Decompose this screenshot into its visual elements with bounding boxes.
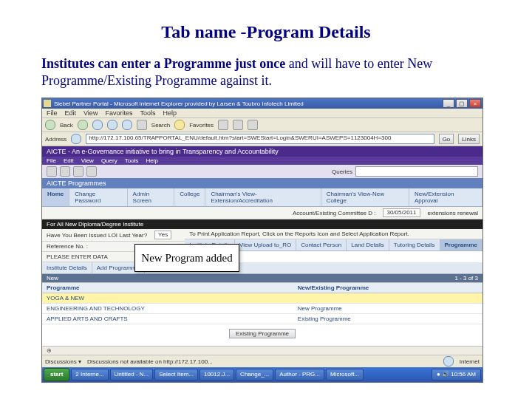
slide-body-bold: Institutes can enter a Programme just on…	[41, 56, 285, 71]
slide-body-text: Institutes can enter a Programme just on…	[41, 55, 491, 89]
slide-title: Tab name -Program Details	[0, 22, 532, 42]
ie-status-discussions[interactable]: Discussions ▾	[45, 358, 81, 365]
app-menu-edit[interactable]: Edit	[64, 157, 74, 164]
app-menu-query[interactable]: Query	[101, 157, 117, 164]
existing-programme-button[interactable]: Existing Programme	[229, 329, 296, 338]
form-strip-1: Account/Existing Committee D : 30/05/201…	[42, 207, 482, 219]
task-item-5[interactable]: Change_...	[236, 369, 273, 381]
grid-row-1[interactable]: YOGA & NEW	[42, 293, 482, 304]
app-menu-file[interactable]: File	[47, 157, 56, 164]
tab-change-password[interactable]: Change Password	[69, 188, 127, 206]
btab-view-upload[interactable]: View Upload to_RO	[235, 239, 296, 250]
page-icon	[71, 134, 81, 144]
search-icon[interactable]	[137, 120, 147, 130]
go-button[interactable]: Go	[439, 134, 454, 144]
grid-row-3[interactable]: APPLIED ARTS AND CRAFTS Existing Program…	[42, 314, 482, 324]
loi-value: Yes	[154, 231, 171, 239]
app-icon-1[interactable]	[47, 166, 57, 177]
callout-text: New Program added	[141, 252, 232, 265]
task-item-1[interactable]: 2 Interne...	[71, 369, 108, 381]
grid-header: Programme New/Existing Programme	[42, 282, 482, 293]
ie-menubar: File Edit View Favorites Tools Help	[42, 109, 482, 118]
ie-hint-bar: ⊕	[42, 346, 482, 355]
print-icon[interactable]	[248, 120, 258, 130]
btab-tutoring-details[interactable]: Tutoring Details	[389, 239, 440, 250]
pager-bar: New 1 - 3 of 3	[42, 274, 482, 282]
btab-institute-details-2[interactable]: Institute Details	[42, 262, 92, 273]
ie-titlebar: Siebel Partner Portal - Microsoft Intern…	[42, 98, 482, 109]
ie-menu-file[interactable]: File	[47, 109, 58, 117]
favorites-label[interactable]: Favorites	[189, 122, 214, 129]
task-item-6[interactable]: Author - PRG...	[275, 369, 324, 381]
enter-data-label: PLEASE ENTER DATA	[47, 253, 108, 260]
app-icon-3[interactable]	[73, 166, 83, 177]
refresh-icon[interactable]	[107, 120, 117, 130]
committee-date-value: 30/05/2011	[383, 208, 420, 217]
ie-menu-help[interactable]: Help	[163, 109, 177, 117]
ie-menu-view[interactable]: View	[83, 109, 98, 117]
address-label: Address	[45, 136, 66, 143]
btab-programme[interactable]: Programme	[440, 239, 482, 250]
task-item-4[interactable]: 10012.J...	[200, 369, 234, 381]
back-label[interactable]: Back	[60, 122, 73, 129]
queries-input[interactable]	[355, 166, 478, 177]
ie-toolbar: Back Search Favorites	[42, 118, 482, 132]
favorites-icon[interactable]	[174, 120, 185, 130]
start-button[interactable]: start	[44, 368, 69, 381]
windows-taskbar: start 2 Interne... Untitled - N... Selec…	[42, 367, 482, 382]
search-label[interactable]: Search	[151, 122, 170, 129]
section-header: AICTE Programmes	[42, 178, 482, 188]
app-menu-tools[interactable]: Tools	[125, 157, 139, 164]
tab-new-extension-approval[interactable]: New/Extension Approval	[409, 188, 482, 206]
app-menubar: File Edit View Query Tools Help	[42, 157, 482, 165]
app-menu-view[interactable]: View	[81, 157, 94, 164]
mail-icon[interactable]	[233, 120, 243, 130]
btab-contact-person[interactable]: Contact Person	[296, 239, 347, 250]
print-report-hint: To Print Application Report, Click on th…	[189, 231, 409, 237]
app-icon-4[interactable]	[86, 166, 97, 177]
maximize-button[interactable]: ▢	[456, 99, 468, 108]
links-button[interactable]: Links	[458, 134, 480, 144]
ie-hint-icon: ⊕	[47, 347, 52, 354]
minimize-button[interactable]: _	[443, 99, 454, 108]
address-input[interactable]: http://172.17.100.65/TRAPPORTAL_ENU/defa…	[86, 134, 434, 144]
tab-home[interactable]: Home	[42, 188, 69, 206]
loi-label: Have You Been Issued LOI Last Year?	[47, 232, 147, 239]
ie-address-bar: Address http://172.17.100.65/TRAPPORTAL_…	[42, 132, 482, 146]
grid-header-programme[interactable]: Programme	[42, 283, 293, 293]
ie-status-bar: Discussions ▾ Discussions not available …	[42, 355, 482, 367]
ie-menu-edit[interactable]: Edit	[65, 109, 77, 117]
stop-icon[interactable]	[92, 120, 103, 130]
history-icon[interactable]	[218, 120, 228, 130]
grid-header-newexisting[interactable]: New/Existing Programme	[293, 283, 482, 293]
tab-college[interactable]: College	[174, 188, 205, 206]
btab-land-details[interactable]: Land Details	[347, 239, 389, 250]
ie-status-zone: Internet	[460, 358, 480, 365]
task-item-3[interactable]: Select Item...	[154, 369, 198, 381]
reference-label: Reference No. :	[47, 243, 88, 250]
system-tray[interactable]: ● 🔊 10:56 AM	[432, 369, 481, 381]
ie-window: Siebel Partner Portal - Microsoft Intern…	[41, 98, 483, 383]
bottom-tabs-left: Institute Details Add Programme	[42, 262, 482, 274]
grid-row-1-newexisting	[293, 293, 482, 303]
grid-row-2[interactable]: ENGINEERING AND TECHNOLOGY New Programme	[42, 304, 482, 314]
grid-row-2-programme: ENGINEERING AND TECHNOLOGY	[42, 304, 293, 313]
back-icon[interactable]	[45, 120, 55, 130]
tab-admin-screen[interactable]: Admin Screen	[128, 188, 175, 206]
forward-icon[interactable]	[78, 120, 88, 130]
app-header: AICTE - An e-Governance initiative to br…	[42, 146, 482, 157]
pager-new-button[interactable]: New	[47, 275, 58, 282]
app-menu-help[interactable]: Help	[146, 157, 157, 164]
black-instruction-bar: For All New Diploma/Degree Institute	[42, 219, 482, 229]
tab-chairman-newcollege[interactable]: Chairman's View-New College	[321, 188, 409, 206]
tab-chairman-extension[interactable]: Chairman's View-Extension/Accreditation	[205, 188, 321, 206]
task-item-7[interactable]: Microsoft...	[326, 369, 364, 381]
grid-row-3-newexisting: Existing Programme	[293, 314, 482, 324]
window-controls: _ ▢ ×	[443, 99, 481, 108]
app-icon-2[interactable]	[60, 166, 70, 177]
ie-menu-favorites[interactable]: Favorites	[105, 109, 132, 117]
ie-menu-tools[interactable]: Tools	[140, 109, 155, 117]
task-item-2[interactable]: Untitled - N...	[110, 369, 154, 381]
home-icon[interactable]	[122, 120, 132, 130]
close-button[interactable]: ×	[469, 99, 481, 108]
